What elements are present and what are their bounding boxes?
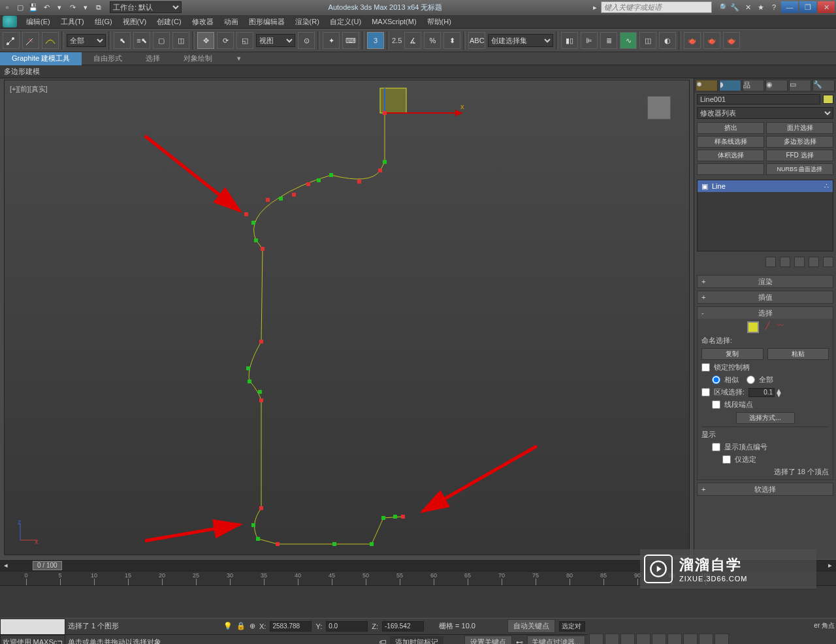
make-unique-icon[interactable] xyxy=(794,257,805,267)
undo-icon[interactable]: ↶ xyxy=(40,1,52,13)
add-time-tag[interactable]: 添加时间标记 xyxy=(390,636,443,644)
mod-btn-splinesel[interactable]: 样条线选择 xyxy=(697,136,764,148)
select-link-icon[interactable] xyxy=(3,32,20,49)
unlink-icon[interactable] xyxy=(22,32,39,49)
keyboard-shortcut-icon[interactable]: ⌨ xyxy=(342,32,359,49)
align-icon[interactable]: ⊫ xyxy=(581,32,598,49)
goto-start-icon[interactable] xyxy=(589,634,603,644)
stack-subobject-icon[interactable]: ∴ xyxy=(824,182,829,191)
z-input[interactable] xyxy=(382,621,424,632)
time-tag-icon[interactable]: 🏷 xyxy=(379,638,386,644)
show-vertex-num-check[interactable]: 显示顶点编号 xyxy=(712,442,829,452)
selection-filter-select[interactable]: 全部 xyxy=(67,34,106,47)
menu-animation[interactable]: 动画 xyxy=(219,14,244,29)
menu-edit[interactable]: 编辑(E) xyxy=(21,14,56,29)
maximize-button[interactable]: ❐ xyxy=(799,1,816,13)
tab-utilities-icon[interactable]: 🔧 xyxy=(812,80,835,91)
lock-handles-check[interactable]: 锁定控制柄 xyxy=(701,362,829,372)
select-object-icon[interactable]: ⬉ xyxy=(114,32,131,49)
save-icon[interactable]: 💾 xyxy=(27,1,39,13)
link-icon[interactable]: ⧉ xyxy=(93,1,104,13)
rollout-head-interp[interactable]: +插值 xyxy=(698,291,833,303)
all-radio[interactable]: 全部 xyxy=(747,375,773,385)
mod-btn-patchsel[interactable]: 面片选择 xyxy=(766,122,833,134)
binoculars-icon[interactable]: 🔎 xyxy=(716,1,728,13)
ref-coord-select[interactable]: 视图 xyxy=(256,34,295,47)
arrow-down-icon[interactable]: ▾ xyxy=(80,1,91,13)
open-icon[interactable]: ▢ xyxy=(14,1,26,13)
orbit-icon[interactable] xyxy=(683,634,698,644)
stack-item-line[interactable]: ▣ Line ∴ xyxy=(698,180,833,192)
select-by-name-icon[interactable]: ≡⬉ xyxy=(133,32,150,49)
ribbon-tab-objpaint[interactable]: 对象绘制 xyxy=(172,52,224,65)
search-input[interactable] xyxy=(601,1,712,13)
window-crossing-icon[interactable]: ◫ xyxy=(172,32,189,49)
rect-select-icon[interactable]: ▢ xyxy=(153,32,170,49)
ribbon-tab-selection[interactable]: 选择 xyxy=(134,52,172,65)
autokey-button[interactable]: 自动关键点 xyxy=(507,619,555,633)
menu-tools[interactable]: 工具(T) xyxy=(56,14,89,29)
paste-button[interactable]: 粘贴 xyxy=(767,348,829,360)
menu-help[interactable]: 帮助(H) xyxy=(422,14,457,29)
tab-display-icon[interactable]: ▭ xyxy=(789,80,811,91)
favorite-icon[interactable]: ★ xyxy=(755,1,767,13)
area-select-check[interactable]: 区域选择: ▲▼ xyxy=(701,387,829,397)
only-selected-check[interactable]: 仅选定 xyxy=(722,455,829,464)
viewport-label[interactable]: [+][前][真实] xyxy=(10,84,48,94)
named-selection-select[interactable]: 创建选择集 xyxy=(488,34,553,47)
workspace-select[interactable]: 工作台: 默认 xyxy=(110,1,182,13)
manipulate-icon[interactable]: ✦ xyxy=(323,32,340,49)
edit-named-sel-icon[interactable]: ABC xyxy=(468,32,485,49)
lock-icon[interactable]: 💡 xyxy=(223,622,233,630)
menu-rendering[interactable]: 渲染(R) xyxy=(290,14,325,29)
tab-hierarchy-icon[interactable]: 品 xyxy=(743,80,765,91)
viewport-front[interactable]: [+][前][真实] x xyxy=(4,80,690,555)
ribbon-tab-freeform[interactable]: 自由形式 xyxy=(82,52,134,65)
exchange-icon[interactable]: ✕ xyxy=(742,1,754,13)
time-left-icon[interactable]: ◂ xyxy=(4,561,8,570)
mod-btn-ffdsel[interactable]: FFD 选择 xyxy=(766,150,833,161)
object-name-input[interactable] xyxy=(697,94,820,105)
menu-customize[interactable]: 自定义(U) xyxy=(325,14,366,29)
mirror-icon[interactable]: ▮▯ xyxy=(561,32,578,49)
play-icon[interactable] xyxy=(620,634,635,644)
curve-editor-icon[interactable]: ∿ xyxy=(620,32,637,49)
menu-create[interactable]: 创建(C) xyxy=(152,14,186,29)
configure-icon[interactable] xyxy=(823,257,833,267)
area-value-input[interactable] xyxy=(748,388,775,397)
prev-frame-icon[interactable] xyxy=(605,634,619,644)
subobj-vertex-icon[interactable] xyxy=(747,321,759,333)
selection-set-small[interactable] xyxy=(559,621,585,632)
menu-group[interactable]: 组(G) xyxy=(89,14,118,29)
render-setup-icon[interactable]: 🫖 xyxy=(684,32,701,49)
key-big-icon[interactable]: ⊷ xyxy=(516,638,523,644)
frame-indicator[interactable]: 0 / 100 xyxy=(33,561,62,570)
coord-toggle-icon[interactable]: ⊕ xyxy=(249,622,255,630)
modifier-stack[interactable]: ▣ Line ∴ xyxy=(697,180,833,251)
setkey-button[interactable]: 设置关键点 xyxy=(464,636,512,644)
menu-maxscript[interactable]: MAXScript(M) xyxy=(366,14,421,29)
y-input[interactable] xyxy=(326,621,368,632)
menu-views[interactable]: 视图(V) xyxy=(118,14,152,29)
x-input[interactable] xyxy=(270,621,312,632)
scale-icon[interactable]: ◱ xyxy=(236,32,253,49)
ribbon-panel-label[interactable]: 多边形建模 xyxy=(4,67,40,76)
app-logo-icon[interactable] xyxy=(3,16,17,27)
maximize-vp-icon[interactable] xyxy=(715,634,729,644)
percent-snap-icon[interactable]: % xyxy=(424,32,441,49)
new-icon[interactable]: ▫ xyxy=(1,1,13,13)
viewcube[interactable] xyxy=(647,96,671,120)
schematic-icon[interactable]: ◫ xyxy=(639,32,656,49)
ribbon-collapse-icon[interactable]: ▾ xyxy=(237,54,241,63)
help-icon[interactable]: ? xyxy=(768,1,780,13)
menu-modifiers[interactable]: 修改器 xyxy=(187,14,219,29)
key-filter-button[interactable]: 关键点过滤器... xyxy=(527,636,585,644)
copy-button[interactable]: 复制 xyxy=(701,348,764,360)
pin-stack-icon[interactable] xyxy=(765,257,776,267)
snap-3d-icon[interactable]: 3 xyxy=(367,32,384,49)
angle-snap-icon[interactable]: ∡ xyxy=(404,32,421,49)
tab-motion-icon[interactable]: ◉ xyxy=(765,80,788,91)
redo-icon[interactable]: ↷ xyxy=(67,1,78,13)
lock-selection-icon[interactable]: 🔒 xyxy=(236,622,246,630)
segment-end-check[interactable]: 线段端点 xyxy=(712,400,829,410)
